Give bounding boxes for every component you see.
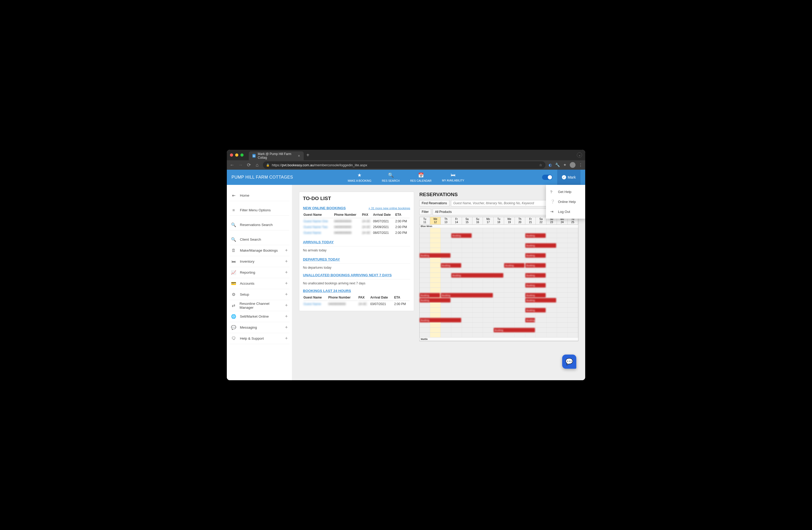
calendar-cell[interactable]	[420, 327, 430, 332]
expand-icon[interactable]: +	[285, 303, 288, 308]
calendar-cell[interactable]	[504, 283, 514, 288]
calendar-cell[interactable]	[473, 233, 483, 238]
expand-icon[interactable]: +	[285, 248, 288, 253]
nav-my-availability[interactable]: 🛏MY AVAILABILITY	[442, 172, 464, 182]
calendar-cell[interactable]	[441, 327, 451, 332]
calendar-cell[interactable]	[568, 263, 578, 268]
calendar-cell[interactable]	[451, 243, 462, 248]
calendar-cell[interactable]	[494, 233, 504, 238]
calendar-day-header[interactable]: Th13	[441, 217, 451, 224]
minimize-window[interactable]	[235, 153, 238, 157]
expand-icon[interactable]: +	[285, 270, 288, 275]
browser-tab[interactable]: be Mark @ Pump Hill Farm Cottag ×	[249, 151, 304, 160]
calendar-cell[interactable]	[557, 313, 567, 317]
calendar-cell[interactable]	[430, 263, 440, 268]
calendar-cell[interactable]	[451, 268, 462, 273]
calendar-cell[interactable]	[462, 333, 473, 337]
booking-block[interactable]: Booking	[525, 298, 556, 303]
calendar-cell[interactable]	[504, 293, 514, 297]
calendar-day-header[interactable]: Tu11	[420, 217, 430, 224]
calendar-cell[interactable]	[536, 323, 546, 327]
window-controls[interactable]	[230, 153, 244, 157]
booking-block[interactable]: Booking	[525, 263, 546, 268]
calendar-cell[interactable]	[504, 268, 514, 273]
calendar-cell[interactable]	[483, 327, 493, 332]
calendar-cell[interactable]	[515, 273, 525, 278]
calendar-cell[interactable]	[494, 238, 504, 243]
calendar-cell[interactable]	[473, 258, 483, 263]
calendar-cell[interactable]	[515, 323, 525, 327]
calendar-cell[interactable]	[420, 233, 430, 238]
calendar-cell[interactable]	[536, 303, 546, 307]
calendar-cell[interactable]	[483, 318, 493, 322]
calendar-cell[interactable]	[557, 258, 567, 263]
calendar-cell[interactable]	[420, 228, 430, 233]
calendar-cell[interactable]	[430, 268, 440, 273]
calendar-cell[interactable]	[462, 327, 473, 332]
close-window[interactable]	[230, 153, 233, 157]
calendar-cell[interactable]	[536, 278, 546, 282]
sidebar-help-support[interactable]: 🗨Help & Support+	[229, 333, 289, 344]
calendar-cell[interactable]	[515, 233, 525, 238]
more-bookings-link[interactable]: + 31 more new online bookings	[368, 207, 410, 210]
booking-block[interactable]: Booking	[420, 253, 450, 258]
sidebar-accounts[interactable]: 💳Accounts+	[229, 278, 289, 289]
menu-get-help[interactable]: ?Get Help	[546, 187, 585, 197]
calendar-cell[interactable]	[494, 298, 504, 303]
calendar-cell[interactable]	[451, 238, 462, 243]
calendar-cell[interactable]	[515, 293, 525, 297]
calendar-cell[interactable]	[462, 253, 473, 258]
calendar-cell[interactable]	[420, 258, 430, 263]
calendar-cell[interactable]	[441, 323, 451, 327]
calendar-cell[interactable]	[568, 303, 578, 307]
booking-block[interactable]: Booking	[525, 283, 546, 288]
calendar-cell[interactable]	[536, 333, 546, 337]
calendar-cell[interactable]	[430, 228, 440, 233]
calendar-cell[interactable]	[441, 243, 451, 248]
calendar-cell[interactable]	[420, 238, 430, 243]
calendar-cell[interactable]	[441, 333, 451, 337]
calendar-cell[interactable]	[568, 318, 578, 322]
booking-block[interactable]: Booking	[451, 273, 503, 278]
calendar-cell[interactable]	[451, 258, 462, 263]
calendar-day-header[interactable]: Fr21	[525, 217, 536, 224]
calendar-cell[interactable]	[504, 248, 514, 253]
calendar-cell[interactable]	[504, 278, 514, 282]
calendar-cell[interactable]	[568, 273, 578, 278]
calendar-cell[interactable]	[515, 313, 525, 317]
sidebar-setup[interactable]: ⚙Setup+	[229, 289, 289, 300]
calendar-cell[interactable]	[525, 303, 536, 307]
calendar-cell[interactable]	[557, 228, 567, 233]
calendar-cell[interactable]	[515, 278, 525, 282]
calendar-cell[interactable]	[494, 278, 504, 282]
calendar-cell[interactable]	[494, 243, 504, 248]
calendar-cell[interactable]	[430, 243, 440, 248]
calendar-cell[interactable]	[494, 323, 504, 327]
calendar-cell[interactable]	[441, 258, 451, 263]
booking-block[interactable]: Booking	[441, 293, 493, 297]
calendar-cell[interactable]	[504, 228, 514, 233]
calendar-cell[interactable]	[504, 258, 514, 263]
calendar-cell[interactable]	[568, 333, 578, 337]
calendar-cell[interactable]	[462, 243, 473, 248]
calendar-cell[interactable]	[420, 288, 430, 293]
calendar-day-header[interactable]: Mo17	[483, 217, 493, 224]
reload-button[interactable]: ⟳	[246, 162, 251, 168]
calendar-cell[interactable]	[473, 323, 483, 327]
calendar-cell[interactable]	[430, 233, 440, 238]
extension-icon[interactable]: ◐	[549, 163, 552, 167]
booking-block[interactable]: Booking	[504, 263, 524, 268]
calendar-cell[interactable]	[536, 313, 546, 317]
calendar-cell[interactable]	[568, 323, 578, 327]
sidebar-inventory[interactable]: 🛏Inventory+	[229, 256, 289, 267]
calendar-cell[interactable]	[494, 263, 504, 268]
calendar-cell[interactable]	[547, 238, 557, 243]
calendar-cell[interactable]	[420, 278, 430, 282]
calendar-cell[interactable]	[536, 268, 546, 273]
calendar-cell[interactable]	[568, 268, 578, 273]
calendar-cell[interactable]	[483, 248, 493, 253]
calendar-cell[interactable]	[483, 323, 493, 327]
booking-block[interactable]: Booking	[525, 243, 556, 248]
calendar-cell[interactable]	[451, 303, 462, 307]
booking-block[interactable]: Booking	[420, 318, 461, 322]
